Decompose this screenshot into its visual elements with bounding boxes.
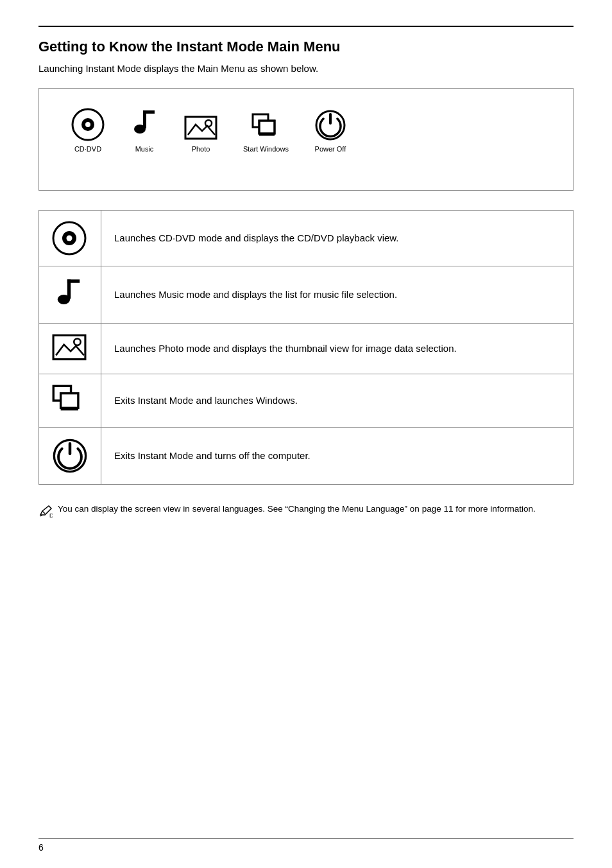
subtitle: Launching Instant Mode displays the Main… [38,63,574,74]
note-section: D You can display the screen view in sev… [38,503,574,517]
note-text: You can display the screen view in sever… [58,503,536,516]
windows-icon-preview [251,113,280,141]
music-description: Launches Music mode and displays the lis… [101,266,574,324]
menu-preview-box: CD·DVD Music Photo [38,88,574,191]
table-row: Exits Instant Mode and launches Windows. [39,374,574,428]
music-label: Music [135,145,154,153]
photo-label: Photo [192,145,210,153]
svg-text:D: D [49,512,53,517]
power-icon-preview [314,109,346,141]
svg-point-7 [205,120,212,126]
menu-item-cd-dvd: CD·DVD [71,108,105,153]
svg-point-21 [74,338,80,345]
svg-rect-6 [185,117,216,139]
svg-rect-20 [53,335,85,359]
windows-label: Start Windows [243,145,289,153]
table-row: Launches Photo mode and displays the thu… [39,324,574,374]
svg-point-2 [85,122,90,127]
music-icon-cell [39,266,101,324]
music-icon-large [52,277,85,313]
svg-line-27 [42,511,45,514]
table-row: Exits Instant Mode and turns off the com… [39,428,574,485]
svg-point-5 [134,125,146,134]
svg-rect-9 [259,121,275,134]
cd-dvd-icon-large [52,221,87,256]
note-icon: D [38,503,53,517]
power-icon-large [52,438,88,474]
description-table: Launches CD·DVD mode and displays the CD… [38,210,574,485]
power-description: Exits Instant Mode and turns off the com… [101,428,574,485]
photo-icon-cell [39,324,101,374]
svg-rect-23 [61,394,78,408]
page-footer: 6 [38,838,574,853]
svg-point-16 [67,236,72,241]
photo-icon-preview [184,113,217,141]
cd-dvd-description: Launches CD·DVD mode and displays the CD… [101,211,574,266]
music-icon-preview [130,108,158,141]
page-title: Getting to Know the Instant Mode Main Me… [38,39,574,55]
svg-point-19 [58,295,70,304]
power-icon-cell [39,428,101,485]
photo-description: Launches Photo mode and displays the thu… [101,324,574,374]
menu-item-power: Power Off [314,109,346,153]
photo-icon-large [52,334,87,363]
windows-icon-large [52,385,84,417]
menu-item-music: Music [130,108,158,153]
table-row: Launches CD·DVD mode and displays the CD… [39,211,574,266]
svg-rect-18 [67,279,80,282]
menu-icons-row: CD·DVD Music Photo [71,108,346,153]
table-row: Launches Music mode and displays the lis… [39,266,574,324]
power-label: Power Off [315,145,346,153]
menu-item-photo: Photo [184,113,217,153]
page-number: 6 [38,842,44,853]
svg-rect-4 [143,110,155,114]
menu-item-windows: Start Windows [243,113,289,153]
windows-description: Exits Instant Mode and launches Windows. [101,374,574,428]
cd-dvd-icon-cell [39,211,101,266]
cd-dvd-icon-preview [71,108,105,141]
windows-icon-cell [39,374,101,428]
cd-dvd-label: CD·DVD [74,145,101,153]
